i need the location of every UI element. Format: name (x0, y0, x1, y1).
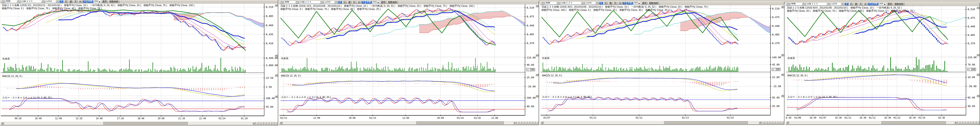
period-day-button[interactable]: 日 (343, 1, 347, 3)
period-minute-button[interactable]: 分 (618, 2, 622, 5)
tool-button[interactable] (259, 122, 261, 125)
apply-button[interactable]: 適用 (641, 2, 648, 5)
symbol-select[interactable]: 日経２２５▼ (560, 2, 584, 5)
tool-button[interactable] (536, 121, 538, 124)
symbol-select[interactable]: 日経２２５▼ (299, 1, 323, 3)
tool-button[interactable] (768, 121, 770, 124)
period-month-button[interactable]: 月 (352, 1, 356, 3)
period-week-button[interactable]: 週 (608, 2, 612, 5)
tool-button[interactable] (958, 121, 960, 124)
tool-button[interactable] (781, 121, 784, 124)
tool-button[interactable] (264, 122, 267, 125)
apply-button[interactable]: 適用 (887, 3, 893, 5)
period-month-button[interactable]: 月 (613, 2, 617, 5)
pane-dropdown-button[interactable]: ▼ (976, 54, 980, 56)
scrollbar-track[interactable] (789, 121, 954, 124)
bars-count-input[interactable]: 500▲ (94, 0, 101, 3)
apply-button[interactable]: 適用 (380, 1, 387, 3)
tool-button[interactable] (977, 121, 979, 124)
pane-dropdown-button[interactable]: ▼ (535, 73, 539, 76)
scroll-left-button[interactable]: ◄ (279, 121, 283, 124)
pane-dropdown-button[interactable]: ▼ (781, 54, 784, 56)
tool-button[interactable] (528, 121, 530, 124)
tool-button[interactable] (966, 121, 969, 124)
tool-button[interactable] (963, 121, 966, 124)
horizontal-scrollbar[interactable]: ◄ ► (540, 121, 784, 124)
scrollbar-thumb[interactable] (416, 121, 504, 124)
contract-select[interactable]: 12/03▼ (585, 2, 599, 5)
symbol-select[interactable]: 日経２２５▼ (806, 3, 830, 5)
mini-combo[interactable]: ▼ (541, 2, 544, 5)
mini-combo[interactable]: ▼ (280, 1, 283, 3)
bars-count-input[interactable]: 500▲ (372, 1, 379, 3)
period-minute-button[interactable]: 分 (78, 0, 82, 3)
tool-button[interactable] (256, 122, 259, 125)
tool-button[interactable] (971, 121, 974, 124)
period-minute-button[interactable]: 分 (357, 1, 361, 3)
scrollbar-track[interactable] (544, 121, 759, 124)
scroll-left-button[interactable]: ◄ (1, 122, 4, 125)
contract-select[interactable]: 12/03▼ (830, 3, 844, 5)
tool-button[interactable] (974, 121, 977, 124)
period-week-button[interactable]: 週 (69, 0, 73, 3)
tool-button[interactable] (517, 121, 519, 124)
tool-button[interactable] (776, 121, 778, 124)
pane-dropdown-button[interactable]: ▼ (781, 6, 784, 8)
tool-button[interactable] (275, 122, 278, 125)
multi-symbol-button[interactable]: 複数銘柄 (648, 2, 659, 5)
pane-dropdown-button[interactable]: ▼ (976, 73, 980, 76)
symbol-select[interactable]: 日経２２５▼ (21, 0, 45, 3)
tool-button[interactable] (270, 122, 272, 125)
pane-dropdown-button[interactable]: ▼ (535, 54, 539, 56)
instrument-select[interactable]: 先物▼ (791, 3, 805, 5)
period-day-button[interactable]: 日 (64, 0, 68, 3)
pane-dropdown-button[interactable]: ▼ (976, 6, 980, 9)
tool-button[interactable] (525, 121, 528, 124)
apply-button[interactable]: 適用 (102, 0, 108, 3)
tool-button[interactable] (773, 121, 776, 124)
tool-button[interactable] (961, 121, 963, 124)
tool-button[interactable] (765, 121, 768, 124)
tool-button[interactable] (762, 121, 765, 124)
period-week-button[interactable]: 週 (854, 3, 858, 5)
tool-button[interactable] (272, 122, 275, 125)
scrollbar-track[interactable] (4, 122, 252, 125)
period-month-button[interactable]: 月 (859, 3, 863, 5)
tool-button[interactable] (520, 121, 522, 124)
tool-button[interactable] (267, 122, 269, 125)
pane-dropdown-button[interactable]: ▼ (535, 95, 539, 97)
tool-button[interactable] (969, 121, 971, 124)
instrument-select[interactable]: 先物▼ (5, 0, 20, 3)
pane-dropdown-button[interactable]: ▼ (275, 95, 278, 98)
pane-dropdown-button[interactable]: ▼ (275, 4, 278, 6)
tool-button[interactable] (779, 121, 781, 124)
period-week-button[interactable]: 週 (347, 1, 352, 3)
tool-button[interactable] (533, 121, 536, 124)
bars-count-input[interactable]: 500▲ (879, 3, 886, 5)
instrument-select[interactable]: 先物▼ (284, 1, 299, 3)
mini-combo[interactable]: ▼ (786, 3, 790, 5)
period-day-button[interactable]: 日 (849, 3, 853, 5)
period-month-button[interactable]: 月 (73, 0, 78, 3)
horizontal-scrollbar[interactable]: ◄ ► (786, 121, 979, 124)
tool-button[interactable] (522, 121, 525, 124)
pane-dropdown-button[interactable]: ▼ (781, 73, 784, 76)
pane-dropdown-button[interactable]: ▼ (275, 74, 278, 76)
scrollbar-thumb[interactable] (881, 121, 946, 124)
tool-button[interactable] (261, 122, 264, 125)
tool-button[interactable] (530, 121, 533, 124)
instrument-select[interactable]: 先物▼ (545, 2, 560, 5)
scroll-left-button[interactable]: ◄ (786, 121, 789, 124)
scrollbar-track[interactable] (283, 121, 513, 124)
period-minute-button[interactable]: 分 (863, 3, 867, 5)
contract-select[interactable]: 12/03▼ (324, 1, 338, 3)
horizontal-scrollbar[interactable]: ◄ ► (279, 121, 538, 124)
scrollbar-thumb[interactable] (103, 122, 188, 125)
multi-symbol-button[interactable]: 複数銘柄 (108, 0, 119, 3)
multi-symbol-button[interactable]: 複数銘柄 (894, 3, 905, 5)
contract-select[interactable]: 12/03▼ (45, 0, 59, 3)
pane-dropdown-button[interactable]: ▼ (781, 95, 784, 97)
pane-dropdown-button[interactable]: ▼ (976, 95, 980, 97)
bars-count-input[interactable]: 500▲ (633, 2, 641, 5)
tool-button[interactable] (770, 121, 773, 124)
